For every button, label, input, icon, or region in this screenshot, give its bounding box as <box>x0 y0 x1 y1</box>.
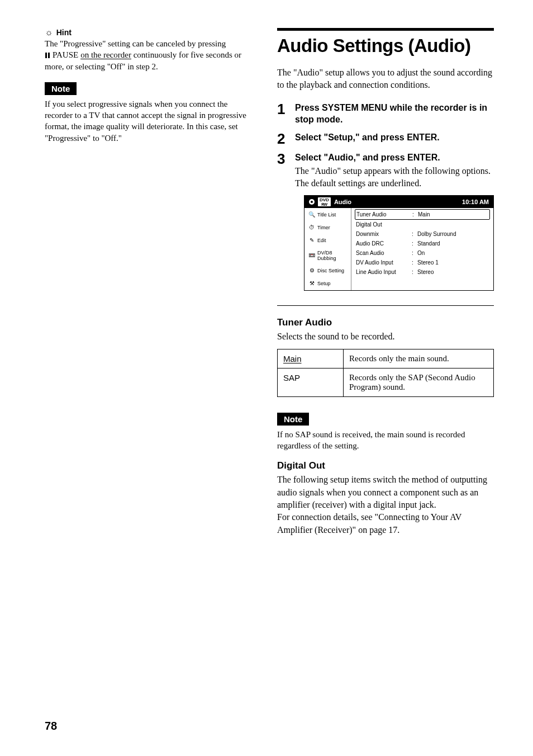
osd-header: DVD RW Audio 10:10 AM <box>304 196 493 208</box>
osd-row-key: Digital Out <box>356 221 412 228</box>
dvd-rw-badge: DVD RW <box>318 197 331 206</box>
osd-sidebar-item: ✎Edit <box>306 234 350 247</box>
step: 3Select "Audio," and press ENTER.The "Au… <box>277 152 494 190</box>
osd-row-key: Downmix <box>356 231 412 237</box>
osd-row-key: Line Audio Input <box>356 269 412 275</box>
osd-row-value: Standard <box>417 240 489 247</box>
tuner-audio-head: Tuner Audio <box>277 317 494 328</box>
osd-row-sep: : <box>412 259 417 266</box>
table-row: MainRecords only the main sound. <box>278 349 494 368</box>
osd-row-value: Stereo <box>417 269 489 275</box>
hint-text-underlined: on the recorder <box>80 49 131 60</box>
digital-out-body: The following setup items switch the met… <box>277 474 494 536</box>
osd-row-value: Stereo 1 <box>417 259 489 266</box>
step-head: Select "Audio," and press ENTER. <box>295 152 494 164</box>
osd-row-key: Audio DRC <box>356 240 412 247</box>
intro-text: The "Audio" setup allows you to adjust t… <box>277 67 494 92</box>
hint-label: Hint <box>56 28 72 37</box>
step-number: 2 <box>277 131 287 146</box>
osd-row-value: Dolby Surround <box>417 231 489 237</box>
pause-icon <box>45 53 50 58</box>
step-number: 1 <box>277 102 287 116</box>
page-title: Audio Settings (Audio) <box>277 28 494 56</box>
osd-row: Digital Out <box>355 220 490 229</box>
hint-text-a: The "Progressive" setting can be cancele… <box>45 39 226 48</box>
option-key: Main <box>278 349 344 368</box>
osd-panel: DVD RW Audio 10:10 AM 🔍Title List⏱Timer✎… <box>304 195 494 291</box>
table-row: SAPRecords only the SAP (Second Audio Pr… <box>278 368 494 396</box>
osd-sidebar-item: ⚒Setup <box>306 277 350 290</box>
note-badge-2: Note <box>277 413 309 426</box>
dvd-badge-bottom: RW <box>320 202 329 206</box>
osd-sidebar-label: Setup <box>317 281 331 286</box>
osd-sidebar-icon: 📼 <box>308 252 315 259</box>
note-badge: Note <box>45 82 77 95</box>
option-desc: Records only the SAP (Second Audio Progr… <box>344 368 494 396</box>
osd-row-key: Tuner Audio <box>356 211 412 218</box>
hint-text-pause: PAUSE <box>53 49 78 60</box>
osd-row-sep: : <box>412 250 417 256</box>
osd-row-key: Scan Audio <box>356 250 412 256</box>
osd-row: Downmix:Dolby Surround <box>355 229 490 239</box>
osd-sidebar-icon: 🔍 <box>308 211 315 218</box>
osd-sidebar-item: ⚙Disc Setting <box>306 264 350 277</box>
step: 1Press SYSTEM MENU while the recorder is… <box>277 102 494 126</box>
osd-row-sep: : <box>412 240 417 247</box>
tuner-audio-table: MainRecords only the main sound.SAPRecor… <box>277 349 494 397</box>
osd-row-sep: : <box>412 211 418 218</box>
page-number: 78 <box>45 720 57 733</box>
osd-sidebar-label: Timer <box>317 225 330 230</box>
osd-row-key: DV Audio Input <box>356 259 412 266</box>
osd-row-value: Main <box>418 211 488 218</box>
step: 2Select "Setup," and press ENTER. <box>277 131 494 146</box>
step-body: The "Audio" setup appears with the follo… <box>295 165 494 190</box>
osd-row-sep: : <box>412 231 417 237</box>
osd-sidebar-item: 🔍Title List <box>306 209 350 221</box>
osd-row: DV Audio Input:Stereo 1 <box>355 258 490 267</box>
option-key: SAP <box>278 368 344 396</box>
osd-row: Tuner Audio:Main <box>355 209 490 220</box>
step-number: 3 <box>277 152 287 166</box>
disc-icon <box>309 199 315 205</box>
step-head: Select "Setup," and press ENTER. <box>295 131 494 144</box>
note-body: If you select progressive signals when y… <box>45 98 257 144</box>
hint-body: The "Progressive" setting can be cancele… <box>45 38 257 72</box>
digital-out-head: Digital Out <box>277 460 494 471</box>
osd-sidebar-icon: ✎ <box>308 237 315 244</box>
option-desc: Records only the main sound. <box>344 349 494 368</box>
hint-icon: ☼ <box>45 28 53 37</box>
osd-sidebar-icon: ⏱ <box>308 224 315 231</box>
osd-row: Audio DRC:Standard <box>355 239 490 248</box>
section-divider <box>277 305 494 306</box>
osd-sidebar-label: DV/D8 Dubbing <box>317 250 347 261</box>
note-body-2: If no SAP sound is received, the main so… <box>277 429 494 452</box>
step-head: Press SYSTEM MENU while the recorder is … <box>295 102 494 126</box>
osd-clock: 10:10 AM <box>462 199 489 205</box>
osd-sidebar-label: Disc Setting <box>317 268 344 273</box>
osd-sidebar-icon: ⚙ <box>308 267 315 274</box>
osd-sidebar-label: Title List <box>317 212 336 218</box>
osd-row-value: On <box>417 250 489 256</box>
osd-sidebar-item: 📼DV/D8 Dubbing <box>306 247 350 264</box>
osd-row-sep: : <box>412 269 417 275</box>
osd-row: Scan Audio:On <box>355 248 490 258</box>
osd-main: Tuner Audio:MainDigital OutDownmix:Dolby… <box>351 208 493 290</box>
osd-title: Audio <box>334 199 351 205</box>
osd-sidebar: 🔍Title List⏱Timer✎Edit📼DV/D8 Dubbing⚙Dis… <box>304 208 351 290</box>
osd-row: Line Audio Input:Stereo <box>355 267 490 277</box>
osd-sidebar-label: Edit <box>317 238 326 243</box>
dvd-badge-top: DVD <box>320 197 329 202</box>
osd-sidebar-item: ⏱Timer <box>306 221 350 234</box>
osd-sidebar-icon: ⚒ <box>308 280 315 287</box>
tuner-audio-body: Selects the sound to be recorded. <box>277 330 494 343</box>
